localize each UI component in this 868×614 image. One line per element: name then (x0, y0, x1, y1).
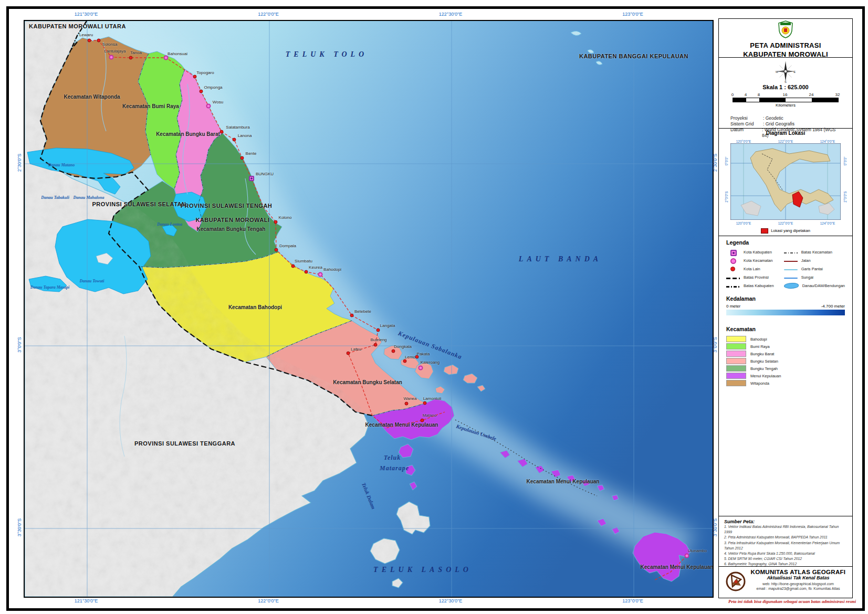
legend-item: Danau/DAM/Bendungan (784, 281, 845, 290)
city-marker (109, 55, 114, 60)
city-label: Wosu (213, 100, 223, 104)
coordinate-label: 123°0'0"E (622, 598, 643, 604)
publisher-name: KOMUNITAS ATLAS GEOGRAFI (749, 569, 847, 575)
diagram-coordinate: 0°0'0" (725, 157, 728, 166)
map-title-line1: PETA ADMINISTRASI (719, 41, 852, 49)
diagram-coordinate: 120°0'0"E (736, 221, 751, 225)
locator-map (730, 143, 841, 220)
diagram-coordinate: 120°0'0"E (736, 140, 751, 143)
city-label: Tanoa (130, 50, 142, 55)
city-marker (164, 56, 169, 60)
legend-item: Sungai (784, 273, 845, 281)
diagram-coordinate: 122°0'0"E (778, 140, 793, 143)
city-label: Langata (380, 323, 395, 328)
city-marker (129, 56, 133, 60)
coordinate-label: 3°30'0"S (713, 518, 718, 537)
city-marker (97, 39, 101, 43)
diagram-coordinate: 0°0'0" (843, 157, 847, 166)
morowali-crest-icon (778, 20, 793, 38)
coordinate-label: 122°30'0"E (439, 12, 463, 17)
kecamatan-legend-items: BahodopiBumi RayaBungku BaratBungku Sela… (726, 335, 845, 387)
city-label: Kaleroang (421, 360, 440, 365)
legend-right-column: Batas KecamatanJalanGaris PantaiSungaiDa… (784, 248, 845, 290)
publisher-email: email : maputra23@gmail.com, fb: Komunit… (749, 586, 847, 591)
scale-tick: 8 (758, 92, 760, 97)
coordinate-label: 3°0'0"S (713, 337, 718, 353)
city-marker (305, 270, 308, 274)
city-marker (275, 248, 278, 252)
legend-item: Jalan (784, 256, 845, 264)
city-label: Topogaro (196, 70, 214, 75)
publisher-tagline: Aktualisasi Tak Kenal Batas (749, 575, 847, 580)
city-marker (392, 350, 395, 353)
legend-item: Garis Pantai (784, 264, 845, 273)
city-label: Lanona (238, 133, 252, 138)
scale-label: Skala 1 : 625.000 (719, 84, 852, 90)
diagram-coordinate: 124°0'0"E (820, 221, 835, 225)
city-marker (347, 352, 350, 355)
depth-min: 0 meter (726, 304, 740, 309)
kecamatan-legend-item: Bungku Barat (726, 350, 845, 357)
coordinate-label: 123°0'0"E (622, 12, 643, 17)
kecamatan-color-swatch (726, 343, 746, 350)
scale-tick: 0 (731, 92, 734, 97)
city-marker (206, 104, 211, 109)
source-item: 5. DEM SRTM 90 meter, CGIAR CSI Tahun 20… (724, 556, 847, 562)
projection-row: Sistem Grid: Grid Geografis (730, 121, 841, 127)
legend-symbol (726, 266, 740, 271)
city-marker (88, 39, 91, 43)
city-label: Pakata (417, 352, 430, 356)
scale-tick: 16 (783, 92, 788, 97)
depth-scale: Kedalaman 0 meter-4.700 meter (719, 295, 852, 315)
city-marker (405, 402, 409, 406)
diagram-coordinate: 124°0'0"E (820, 140, 835, 143)
kecamatan-color-swatch (726, 351, 746, 357)
kecamatan-legend-item: Bungku Selatan (726, 357, 845, 365)
projection-row: Proyeksi: Geodetic (730, 115, 841, 121)
city-marker (685, 554, 689, 558)
diagram-coordinate: 2°0'0"S (725, 191, 728, 202)
legend-item: Kota Lain (726, 264, 782, 273)
legend-item: Batas Provinsi (726, 273, 782, 281)
publisher-web: web: http://bone-geographical.blogspot.c… (749, 581, 847, 586)
scale-tick: 24 (809, 92, 814, 97)
legend-title: Legenda (726, 239, 845, 246)
legend-symbol (726, 286, 740, 288)
svg-text:E: E (793, 70, 796, 73)
city-label: Lafeu (351, 347, 361, 352)
legend-symbol (784, 269, 798, 270)
legend-symbol (784, 283, 799, 289)
coordinate-label: 122°0'0"E (258, 598, 279, 604)
source-item: 2. Peta Administrasi Kabupaten Morowali,… (724, 535, 847, 540)
coordinate-label: 3°0'0"S (17, 337, 22, 353)
city-label: Lantulajaya (104, 49, 126, 54)
city-marker (220, 130, 224, 134)
map-area: KABUPATEN MOROWALI UTARAKABUPATEN BANGGA… (24, 20, 714, 598)
scale-ticks: 048162432 (733, 92, 839, 98)
city-marker (350, 314, 354, 317)
city-label: Wanea (403, 396, 416, 401)
kecamatan-legend-item: Bumi Raya (726, 343, 845, 350)
compass-rose: W E S (719, 60, 852, 83)
svg-text:S: S (785, 80, 787, 83)
city-label: Bahodopi (323, 267, 341, 272)
legend-symbol (726, 258, 740, 263)
legend-item: Kota Kecamatan (726, 256, 782, 264)
city-marker (318, 272, 323, 277)
city-marker (233, 138, 236, 142)
city-marker (374, 343, 378, 347)
city-label: Dompala (279, 244, 296, 248)
mapped-area-swatch (761, 228, 768, 234)
kecamatan-legend-item: Menui Kepulauan (726, 372, 845, 379)
city-label: Ulunambo (688, 548, 707, 553)
scale-tick: 4 (745, 92, 747, 97)
city-label: Keurea (309, 265, 322, 270)
legend-symbol (726, 278, 740, 279)
kecamatan-color-swatch (726, 365, 746, 372)
coordinate-label: 2°30'0"S (713, 154, 718, 172)
disclaimer: Peta ini tidak bisa digunakan sebagai ac… (646, 599, 856, 604)
legend: Legenda Kota KabupatenKota KecamatanKota… (719, 239, 852, 290)
city-label: Lewaru (79, 33, 93, 37)
scale-tick: 32 (835, 92, 840, 97)
scale-bar-graphic (733, 98, 839, 102)
